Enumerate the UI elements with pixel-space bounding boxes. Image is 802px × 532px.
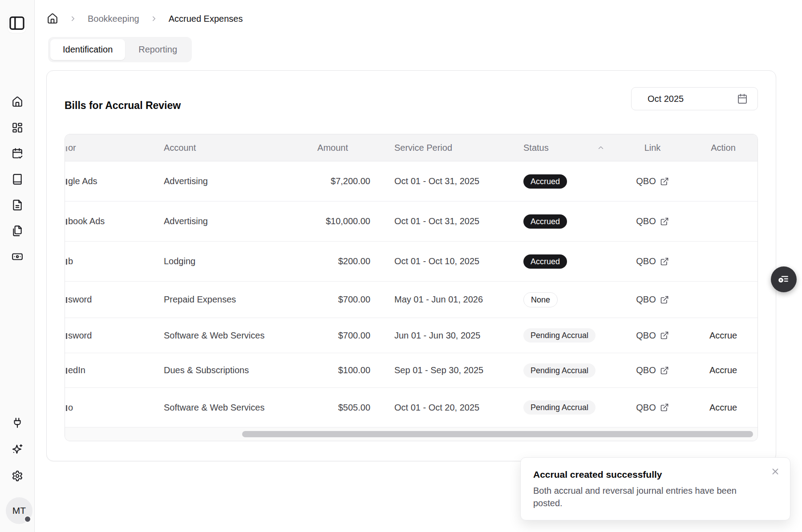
column-header-action[interactable]: Action: [688, 143, 758, 153]
qbo-link[interactable]: QBO: [617, 294, 688, 305]
amount-cell: $700.00: [288, 294, 370, 305]
calendar-icon: [737, 93, 748, 104]
calendar-check-icon: [12, 148, 23, 159]
column-header-link[interactable]: Link: [617, 143, 688, 153]
status-badge: Accrued: [523, 214, 567, 229]
amount-cell: $10,000.00: [288, 216, 370, 226]
sidebar-toggle-button[interactable]: [8, 15, 26, 33]
qbo-link[interactable]: QBO: [617, 403, 688, 413]
account-cell: Advertising: [163, 216, 288, 226]
tab-identification[interactable]: Identification: [50, 39, 125, 60]
qbo-link[interactable]: QBO: [617, 256, 688, 266]
table-row: book AdsAdvertising$10,000.00Oct 01 - Oc…: [65, 202, 757, 242]
sidebar-item-house[interactable]: [8, 93, 26, 111]
status-badge: Pending Accrual: [523, 363, 595, 378]
column-header-service-period[interactable]: Service Period: [370, 143, 499, 153]
breadcrumb-bookkeeping[interactable]: Bookkeeping: [88, 14, 139, 24]
sidebar-item-calendar-check[interactable]: [8, 145, 26, 162]
table-row: swordPrepaid Expenses$700.00May 01 - Jun…: [65, 282, 757, 318]
status-cell: None: [499, 292, 617, 307]
sidebar-item-file-text[interactable]: [8, 196, 26, 214]
service-period-cell: Oct 01 - Oct 20, 2025: [370, 403, 499, 413]
account-cell: Prepaid Expenses: [163, 294, 288, 305]
sidebar-item-sparkles[interactable]: [8, 440, 26, 458]
table-row: bLodging$200.00Oct 01 - Oct 10, 2025Accr…: [65, 242, 757, 282]
amount-cell: $700.00: [288, 330, 370, 341]
settings-icon: [12, 470, 23, 482]
column-header-amount[interactable]: Amount: [288, 143, 370, 153]
table-row: oSoftware & Web Services$505.00Oct 01 - …: [65, 388, 757, 427]
tab-reporting[interactable]: Reporting: [126, 39, 190, 60]
external-link-icon: [660, 177, 669, 186]
column-header-account[interactable]: Account: [163, 143, 288, 153]
breadcrumb: Bookkeeping Accrued Expenses: [47, 10, 243, 28]
table-row: gle AdsAdvertising$7,200.00Oct 01 - Oct …: [65, 161, 757, 202]
floating-task-button[interactable]: [771, 266, 797, 292]
column-header-status[interactable]: Status: [499, 143, 617, 153]
action-cell: Accrue: [688, 402, 758, 413]
account-cell: Dues & Subscriptions: [163, 365, 288, 375]
account-cell: Software & Web Services: [163, 403, 288, 413]
vendor-cell: gle Ads: [65, 176, 163, 186]
sparkles-icon: [12, 443, 23, 455]
status-cell: Pending Accrual: [499, 328, 617, 343]
bills-table: or Account Amount Service Period Status …: [65, 134, 758, 441]
files-icon: [12, 225, 23, 237]
sidebar-item-layout-dashboard[interactable]: [8, 119, 26, 137]
action-cell: Accrue: [688, 365, 758, 376]
sidebar-nav: [8, 93, 26, 266]
sort-chevron-up-icon[interactable]: [597, 144, 605, 152]
status-cell: Pending Accrual: [499, 400, 617, 415]
table-row: swordSoftware & Web Services$700.00Jun 0…: [65, 318, 757, 353]
avatar-initials: MT: [12, 505, 26, 516]
status-badge: Pending Accrual: [523, 328, 595, 343]
sidebar-item-settings[interactable]: [8, 467, 26, 485]
sidebar-item-book[interactable]: [8, 170, 26, 188]
status-badge: Accrued: [523, 254, 567, 269]
accrue-button[interactable]: Accrue: [707, 365, 740, 376]
accrue-button[interactable]: Accrue: [707, 402, 740, 413]
accrue-button[interactable]: Accrue: [707, 330, 740, 341]
vendor-cell: b: [65, 256, 163, 266]
sidebar-item-banknote[interactable]: [8, 248, 26, 266]
sidebar-item-plug[interactable]: [8, 414, 26, 431]
book-icon: [12, 173, 23, 185]
external-link-icon: [660, 257, 669, 266]
service-period-cell: May 01 - Jun 01, 2026: [370, 294, 499, 305]
amount-cell: $100.00: [288, 365, 370, 375]
external-link-icon: [660, 403, 669, 412]
task-list-icon: [778, 273, 790, 286]
toast-notification: Accrual created successfully Both accrua…: [520, 457, 790, 520]
chevron-right-icon: [69, 15, 77, 23]
vendor-cell: book Ads: [65, 216, 163, 226]
close-icon[interactable]: [770, 467, 780, 476]
service-period-cell: Sep 01 - Sep 30, 2025: [370, 365, 499, 375]
horizontal-scrollbar-thumb[interactable]: [242, 431, 753, 437]
file-text-icon: [12, 199, 23, 211]
external-link-icon: [660, 366, 669, 375]
house-icon: [12, 96, 23, 108]
month-picker-value: Oct 2025: [648, 94, 684, 104]
chevron-right-icon: [150, 15, 158, 23]
qbo-link[interactable]: QBO: [617, 365, 688, 375]
qbo-link[interactable]: QBO: [617, 216, 688, 226]
vendor-cell: sword: [65, 294, 163, 305]
bills-accrual-review-card: Bills for Accrual Review Oct 2025 or Acc…: [46, 70, 776, 461]
home-icon[interactable]: [47, 13, 58, 24]
app-window: MT Bookkeeping Accrued Expenses Identifi…: [0, 0, 802, 532]
qbo-link[interactable]: QBO: [617, 176, 688, 186]
sidebar-footer: [8, 414, 26, 485]
toast-message: Both accrual and reversal journal entrie…: [533, 484, 765, 509]
column-header-vendor[interactable]: or: [65, 143, 163, 153]
table-body: gle AdsAdvertising$7,200.00Oct 01 - Oct …: [65, 161, 757, 427]
amount-cell: $200.00: [288, 256, 370, 266]
month-picker[interactable]: Oct 2025: [631, 87, 758, 110]
account-cell: Software & Web Services: [163, 330, 288, 341]
avatar[interactable]: MT: [6, 497, 32, 524]
qbo-link[interactable]: QBO: [617, 330, 688, 341]
table-header-row: or Account Amount Service Period Status …: [65, 134, 757, 161]
breadcrumb-accrued-expenses: Accrued Expenses: [169, 14, 243, 24]
vendor-cell: sword: [65, 330, 163, 341]
sidebar-item-files[interactable]: [8, 222, 26, 240]
status-cell: Accrued: [499, 254, 617, 269]
